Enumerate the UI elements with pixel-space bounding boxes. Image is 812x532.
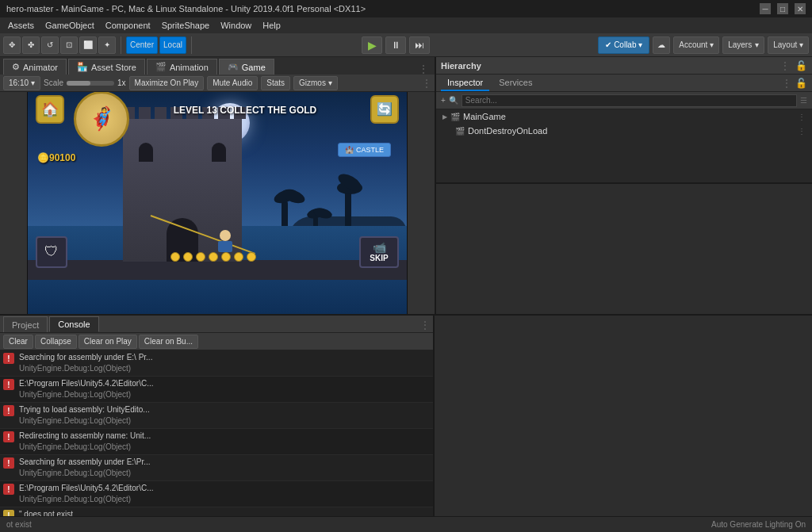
console-row-4[interactable]: ! Searching for assembly under E:\Pr... … <box>0 455 433 481</box>
game-ground <box>28 260 407 280</box>
console-row-0[interactable]: ! Searching for assembly under E:\ Pr...… <box>0 350 433 377</box>
play-button[interactable]: ▶ <box>362 36 382 54</box>
window-controls: ─ □ ✕ <box>760 3 806 14</box>
menu-bar: Assets GameObject Component SpriteShape … <box>0 17 812 33</box>
warn-icon-6: ! <box>3 510 14 516</box>
tab-console[interactable]: Console <box>49 316 98 332</box>
layout-dropdown[interactable]: Layout ▾ <box>768 36 809 54</box>
hierarchy-item-maingame[interactable]: ▶ 🎬 MainGame ⋮ <box>436 109 812 124</box>
move-tool-button[interactable]: ✤ <box>22 36 40 54</box>
hierarchy-search-input[interactable] <box>462 94 797 107</box>
scale-slider[interactable] <box>67 81 114 86</box>
ground-coins <box>170 252 256 262</box>
hierarchy-lock-button[interactable]: 🔓 <box>795 59 807 72</box>
hierarchy-search-bar: + 🔍 ☰ <box>436 92 812 109</box>
hierarchy-drag-handle: ⋮ <box>780 60 790 71</box>
game-shield-button[interactable]: 🛡 <box>36 236 67 268</box>
castle-window-2 <box>212 143 226 162</box>
console-text-2: Trying to load assembly: UnityEdito... U… <box>19 404 150 427</box>
console-text-6: " does not exist UnityEditor.AssetDataba… <box>19 509 150 516</box>
center-button[interactable]: Center <box>126 36 158 54</box>
status-right: Auto Generate Lighting On <box>711 520 806 529</box>
console-row-1[interactable]: ! E:\Program Files\Unity5.4.2\Editor\C..… <box>0 377 433 403</box>
inspector-lock-button[interactable]: 🔓 <box>795 77 807 90</box>
hierarchy-add-button[interactable]: + <box>441 96 446 105</box>
collapse-button[interactable]: Collapse <box>35 335 77 349</box>
console-text-0: Searching for assembly under E:\ Pr... U… <box>19 352 152 374</box>
tab-game[interactable]: 🎮 Game <box>219 59 274 75</box>
step-button[interactable]: ⏭ <box>409 36 430 54</box>
scale-tool-button[interactable]: ⊡ <box>60 36 78 54</box>
stats-button[interactable]: Stats <box>261 76 290 90</box>
pause-button[interactable]: ⏸ <box>385 36 406 54</box>
clear-button[interactable]: Clear <box>3 335 33 349</box>
clear-on-build-button[interactable]: Clear on Bu... <box>139 335 198 349</box>
menu-component[interactable]: Component <box>101 19 155 32</box>
bottom-tab-bar: Project Console ⋮ <box>0 316 433 333</box>
hierarchy-panel-title: Hierarchy <box>441 61 481 71</box>
mute-audio-button[interactable]: Mute Audio <box>207 76 258 90</box>
hierarchy-header-bar: Hierarchy ⋮ 🔓 <box>436 57 812 75</box>
game-home-button[interactable]: 🏠 <box>36 95 64 124</box>
hierarchy-item-dontdestroy[interactable]: 🎬 DontDestroyOnLoad ⋮ <box>436 124 812 138</box>
console-toolbar: Clear Collapse Clear on Play Clear on Bu… <box>0 333 433 350</box>
menu-gameobject[interactable]: GameObject <box>40 19 99 32</box>
tab-asset-store[interactable]: 🏪 Asset Store <box>68 59 145 75</box>
tab-project[interactable]: Project <box>3 316 48 332</box>
maximize-button[interactable]: □ <box>777 3 788 14</box>
tab-services[interactable]: Services <box>492 75 538 91</box>
title-bar: hero-master - MainGame - PC, Mac & Linux… <box>0 0 812 17</box>
console-log-list: ! Searching for assembly under E:\ Pr...… <box>0 350 433 516</box>
console-row-3[interactable]: ! Redirecting to assembly name: Unit... … <box>0 429 433 455</box>
error-icon-4: ! <box>3 457 14 469</box>
menu-window[interactable]: Window <box>216 19 256 32</box>
gizmos-button[interactable]: Gizmos ▾ <box>293 76 338 90</box>
collab-button[interactable]: ✔ Collab ▾ <box>598 36 649 54</box>
rotate-tool-button[interactable]: ↺ <box>41 36 59 54</box>
cloud-button[interactable]: ☁ <box>653 36 670 54</box>
game-skip-button[interactable]: 📹 SKIP <box>359 236 399 268</box>
bottom-right-panel <box>435 316 812 516</box>
console-text-1: E:\Program Files\Unity5.4.2\Editor\C... … <box>19 378 154 400</box>
game-refresh-button[interactable]: 🔄 <box>370 95 399 124</box>
tab-animation[interactable]: 🎬 Animation <box>147 59 217 75</box>
tab-inspector[interactable]: Inspector <box>441 75 489 91</box>
tab-animator-label: Animator <box>23 63 58 72</box>
menu-spriteshape[interactable]: SpriteShape <box>157 19 215 32</box>
menu-help[interactable]: Help <box>258 19 285 32</box>
error-icon-5: ! <box>3 484 14 495</box>
status-bar: ot exist Auto Generate Lighting On <box>0 516 812 532</box>
tab-animator[interactable]: ⚙ Animator <box>3 59 67 75</box>
hierarchy-view-options: ☰ <box>800 96 807 105</box>
game-level-text: LEVEL 13 COLLECT THE GOLD <box>131 105 359 116</box>
local-button[interactable]: Local <box>159 36 186 54</box>
layers-label: Layers <box>728 40 752 49</box>
console-text-3: Redirecting to assembly name: Unit... Un… <box>19 431 151 453</box>
maximize-on-play-button[interactable]: Maximize On Play <box>129 76 205 90</box>
error-icon-3: ! <box>3 431 14 442</box>
dontdestroy-icon: 🎬 <box>455 127 465 136</box>
clear-on-play-button[interactable]: Clear on Play <box>79 335 137 349</box>
animator-icon: ⚙ <box>12 62 20 72</box>
menu-assets[interactable]: Assets <box>3 19 39 32</box>
transform-tool-button[interactable]: ✦ <box>98 36 116 54</box>
castle-window-1 <box>139 143 153 162</box>
game-toolbar: 16:10 ▾ Scale 1x Maximize On Play Mute A… <box>0 75 435 92</box>
console-row-2[interactable]: ! Trying to load assembly: UnityEdito...… <box>0 403 433 429</box>
rect-tool-button[interactable]: ⬜ <box>79 36 97 54</box>
layers-dropdown[interactable]: Layers ▾ <box>722 36 764 54</box>
window-title: hero-master - MainGame - PC, Mac & Linux… <box>6 4 760 13</box>
minimize-button[interactable]: ─ <box>760 3 771 14</box>
aspect-dropdown[interactable]: 16:10 ▾ <box>3 76 40 90</box>
tab-game-label: Game <box>242 63 266 72</box>
close-button[interactable]: ✕ <box>795 3 806 14</box>
game-avatar: 🦸 <box>74 92 129 147</box>
console-row-6[interactable]: ! " does not exist UnityEditor.AssetData… <box>0 507 433 516</box>
account-dropdown[interactable]: Account ▾ <box>673 36 719 54</box>
game-toolbar-more: ⋮ <box>422 78 431 89</box>
hierarchy-list: ▶ 🎬 MainGame ⋮ 🎬 DontDestroyOnLoad ⋮ <box>436 109 812 182</box>
console-row-5[interactable]: ! E:\Program Files\Unity5.4.2\Editor\C..… <box>0 481 433 507</box>
tab-asset-store-label: Asset Store <box>91 63 136 72</box>
maingame-more-icon: ⋮ <box>798 113 806 121</box>
hand-tool-button[interactable]: ✥ <box>3 36 21 54</box>
